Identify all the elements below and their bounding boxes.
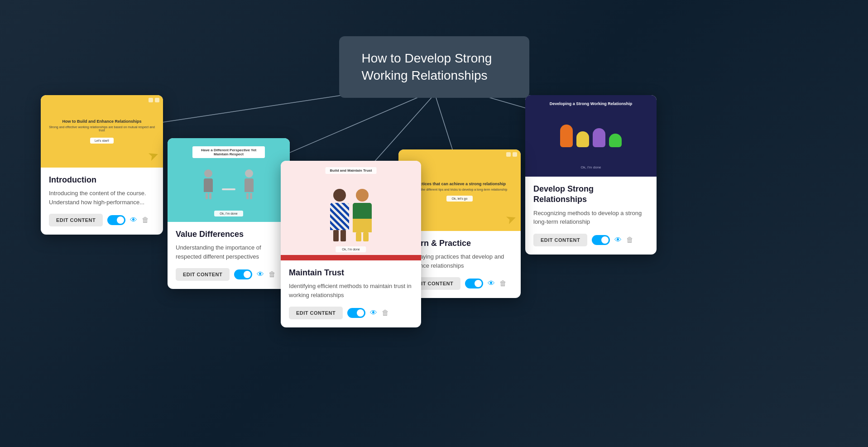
intro-mini-btn[interactable]: Let's start! — [90, 138, 114, 144]
intro-toggle-knob — [117, 216, 124, 224]
card-introduction: How to Build and Enhance Relationships S… — [41, 95, 163, 235]
values-trash-icon[interactable]: 🗑 — [269, 270, 276, 279]
intro-card-title: Introduction — [49, 175, 155, 185]
hand-green — [609, 134, 622, 147]
develop-toggle-knob — [601, 236, 609, 244]
learn-trash-icon[interactable]: 🗑 — [499, 279, 507, 288]
learn-toggle-knob — [475, 280, 482, 287]
intro-toggle[interactable] — [107, 215, 125, 225]
trust-mini-title: Build and Maintain Trust — [326, 167, 377, 174]
learn-card-title: Learn & Practice — [407, 238, 513, 249]
main-title: How to Develop Strong Working Relationsh… — [362, 50, 507, 84]
card-intro-body: Introduction Introducing the content of … — [41, 168, 163, 235]
learn-done-btn[interactable]: Ok, let's go — [446, 196, 473, 202]
develop-mini-title: Developing a Strong Working Relationship — [550, 101, 632, 106]
trust-done-btn[interactable]: Ok, I'm done — [336, 246, 366, 252]
learn-card-desc: Displaying practices that develop and en… — [407, 252, 513, 270]
trust-bottom-bar — [281, 255, 421, 260]
values-edit-button[interactable]: EDIT CONTENT — [176, 268, 230, 281]
develop-card-desc: Recognizing methods to develop a strong … — [533, 209, 648, 226]
card-values: Have a Different Perspective Yet Maintai… — [168, 138, 290, 289]
values-toggle[interactable] — [234, 269, 252, 279]
learn-toggle[interactable] — [465, 279, 483, 288]
learn-card-footer: EDIT CONTENT 👁 🗑 — [407, 277, 513, 290]
hand-purple — [593, 128, 605, 147]
trust-toggle[interactable] — [347, 308, 365, 318]
card-values-preview: Have a Different Perspective Yet Maintai… — [168, 138, 290, 222]
card-trust: Build and Maintain Trust — [281, 161, 421, 327]
values-eye-icon[interactable]: 👁 — [257, 270, 264, 279]
card-intro-preview: How to Build and Enhance Relationships S… — [41, 95, 163, 168]
learn-mini-title: Practices that can achieve a strong rela… — [413, 182, 506, 186]
trust-card-desc: Identifying efficient methods to maintai… — [289, 282, 413, 299]
intro-deco-arrow: ➤ — [146, 147, 161, 164]
values-card-desc: Understanding the importance of respecte… — [176, 243, 282, 261]
handshake-line — [222, 188, 235, 190]
card-trust-body: Maintain Trust Identifying efficient met… — [281, 260, 421, 327]
develop-card-title: Develop Strong Relationships — [533, 184, 648, 205]
trust-person2 — [353, 189, 372, 241]
values-toggle-knob — [244, 271, 251, 278]
intro-trash-icon[interactable]: 🗑 — [142, 216, 149, 224]
card-trust-preview: Build and Maintain Trust — [281, 161, 421, 260]
learn-deco-arrow: ➤ — [504, 210, 518, 228]
char-left — [204, 169, 213, 199]
develop-trash-icon[interactable]: 🗑 — [626, 236, 633, 244]
develop-done-text: Ok, I'm done — [580, 165, 601, 169]
trust-figures — [330, 189, 372, 241]
hand-orange — [560, 125, 573, 147]
develop-edit-button[interactable]: EDIT CONTENT — [533, 234, 587, 246]
trust-toggle-knob — [357, 309, 364, 317]
trust-trash-icon[interactable]: 🗑 — [382, 309, 389, 317]
develop-toggle[interactable] — [592, 235, 610, 245]
trust-card-title: Maintain Trust — [289, 268, 413, 278]
intro-mini-sub: Strong and effective working relationshi… — [46, 125, 158, 132]
preview-topbar — [149, 98, 159, 102]
learn-mini-sub: Learn the different tips and tricks to d… — [412, 188, 508, 191]
intro-mini-title: How to Build and Enhance Relationships — [46, 119, 158, 124]
trust-person1 — [330, 189, 349, 241]
card-values-body: Value Differences Understanding the impo… — [168, 222, 290, 289]
card-develop: Developing a Strong Working Relationship… — [525, 95, 657, 255]
intro-card-desc: Introducing the content of the course. U… — [49, 189, 155, 207]
card-develop-body: Develop Strong Relationships Recognizing… — [525, 177, 657, 255]
develop-eye-icon[interactable]: 👁 — [614, 236, 622, 244]
hand-yellow — [576, 131, 589, 147]
char-right — [245, 169, 254, 199]
values-card-title: Value Differences — [176, 229, 282, 240]
intro-preview-content: How to Build and Enhance Relationships S… — [46, 119, 158, 144]
values-mini-title: Have a Different Perspective Yet Maintai… — [192, 146, 265, 158]
values-done-btn[interactable]: Ok, I'm done — [214, 211, 243, 216]
trust-edit-button[interactable]: EDIT CONTENT — [289, 307, 343, 319]
learn-eye-icon[interactable]: 👁 — [488, 279, 495, 288]
values-characters — [204, 169, 254, 199]
card-develop-preview: Developing a Strong Working Relationship… — [525, 95, 657, 177]
intro-eye-icon[interactable]: 👁 — [130, 216, 137, 224]
trust-card-footer: EDIT CONTENT 👁 🗑 — [289, 307, 413, 319]
develop-card-footer: EDIT CONTENT 👁 🗑 — [533, 234, 648, 246]
intro-card-footer: EDIT CONTENT 👁 🗑 — [49, 214, 155, 226]
center-title-box: How to Develop Strong Working Relationsh… — [339, 36, 529, 98]
develop-hands — [560, 125, 622, 147]
learn-preview-topbar — [506, 152, 517, 157]
trust-eye-icon[interactable]: 👁 — [370, 309, 377, 317]
intro-edit-button[interactable]: EDIT CONTENT — [49, 214, 103, 226]
values-card-footer: EDIT CONTENT 👁 🗑 — [176, 268, 282, 281]
